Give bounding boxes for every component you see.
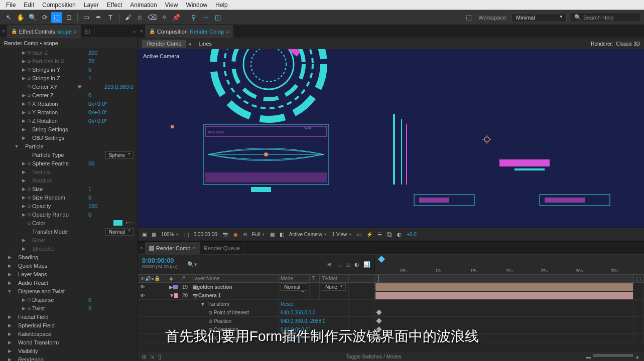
eraser-tool-icon[interactable]: ⌫ bbox=[147, 12, 158, 23]
nav-lines[interactable]: Lines bbox=[193, 40, 216, 48]
transform-prop[interactable]: ⊙ Point of Interest640.0,360.0,0.0 bbox=[138, 308, 644, 317]
layer-row[interactable]: 👁▶ 19▣ golden sectionNormalNone bbox=[138, 283, 644, 291]
graph-editor-icon[interactable]: 📊 bbox=[363, 261, 370, 268]
clone-tool-icon[interactable]: ⎌ bbox=[135, 12, 146, 23]
selection-tool-icon[interactable]: ↖ bbox=[3, 12, 14, 23]
prop-size[interactable]: ▶⊙Size1 bbox=[0, 185, 138, 193]
transparency-grid-icon[interactable]: ▦ bbox=[270, 232, 275, 237]
menu-edit[interactable]: Edit bbox=[20, 1, 38, 10]
menu-layer[interactable]: Layer bbox=[80, 1, 103, 10]
prop-spherical-field[interactable]: ▶Spherical Field bbox=[0, 321, 138, 329]
close-icon[interactable]: × bbox=[140, 245, 143, 251]
axis-world-icon[interactable]: ⊹ bbox=[200, 12, 211, 23]
toggle-switches-icon[interactable]: ⊞ bbox=[142, 354, 146, 359]
composition-viewer[interactable]: Active Camera ECO BASE bbox=[138, 49, 644, 228]
tab-render-comp[interactable]: Render Comp ≡ bbox=[145, 242, 200, 254]
search-help-input[interactable]: 🔍Search Help bbox=[571, 13, 641, 22]
close-icon[interactable]: × bbox=[2, 29, 5, 34]
text-tool-icon[interactable]: T bbox=[105, 12, 116, 23]
zoom-dropdown[interactable]: 100% bbox=[161, 232, 179, 237]
tab-secondary[interactable]: El bbox=[81, 25, 94, 38]
timeline-icon[interactable]: ☰ bbox=[377, 232, 382, 237]
snap-icon[interactable]: ⬚ bbox=[463, 12, 474, 23]
prop-size-random[interactable]: ▶⊙Size Random0 bbox=[0, 193, 138, 202]
prop-x-rotation[interactable]: ▶⊙X Rotation0x+0.0° bbox=[0, 99, 138, 108]
menu-effect[interactable]: Effect bbox=[103, 1, 126, 10]
exposure-value[interactable]: +0.0 bbox=[407, 232, 417, 237]
frame-blend-icon[interactable]: ◫ bbox=[345, 261, 350, 268]
menu-composition[interactable]: Composition bbox=[38, 1, 80, 10]
prop-glow[interactable]: ▶Glow bbox=[0, 236, 138, 244]
prop-shading[interactable]: ▶Shading bbox=[0, 253, 138, 261]
prop-visibility[interactable]: ▶Visibility bbox=[0, 346, 138, 355]
comp-button-icon[interactable]: ⬚ bbox=[336, 261, 341, 268]
zoom-slider[interactable] bbox=[593, 354, 633, 357]
workspace-dropdown[interactable]: Minimal▼ bbox=[511, 13, 567, 22]
resolution-dropdown[interactable]: Full bbox=[252, 232, 265, 237]
nav-render-comp[interactable]: Render Comp bbox=[142, 40, 186, 48]
prop-twist[interactable]: ▶⊙Twist8 bbox=[0, 304, 138, 312]
snapshot-icon[interactable]: 📷 bbox=[222, 232, 228, 237]
puppet-tool-icon[interactable]: 📌 bbox=[171, 12, 182, 23]
menu-animation[interactable]: Animation bbox=[126, 1, 161, 10]
prop-transfer-mode[interactable]: Transfer ModeNormal bbox=[0, 227, 138, 236]
brackets-icon[interactable]: {} bbox=[158, 354, 162, 359]
menu-window[interactable]: Window bbox=[182, 1, 211, 10]
hand-tool-icon[interactable]: ✋ bbox=[15, 12, 26, 23]
menu-view[interactable]: View bbox=[161, 1, 182, 10]
layer-row[interactable]: 👁▼ 20📷 Camera 1 bbox=[138, 291, 644, 300]
prop-center-z[interactable]: ▶⊙Center Z0 bbox=[0, 91, 138, 99]
always-preview-icon[interactable]: ▣ bbox=[142, 232, 147, 237]
motion-blur-icon[interactable]: ◐ bbox=[354, 261, 359, 268]
prop-color[interactable]: ⊙Color⟵ bbox=[0, 219, 138, 227]
axis-local-icon[interactable]: ⚲ bbox=[188, 12, 199, 23]
pixel-aspect-icon[interactable]: ▭ bbox=[357, 232, 361, 237]
view-layout-dropdown[interactable]: 1 View bbox=[332, 232, 352, 237]
menu-help[interactable]: Help bbox=[211, 1, 232, 10]
chevron-right-icon[interactable]: » bbox=[133, 29, 136, 34]
prop-kaleidospace[interactable]: ▶Kaleidospace bbox=[0, 329, 138, 338]
roi-icon[interactable]: ⬚ bbox=[184, 232, 189, 237]
timeline-timecode[interactable]: 0:00:00:00 00000 (24.00 fps) bbox=[138, 255, 183, 274]
prop-particles-in-x[interactable]: ▶⊙Particles in X70 bbox=[0, 57, 138, 65]
prop-streaklet[interactable]: ▶Streaklet bbox=[0, 244, 138, 253]
prop-opacity-rando[interactable]: ▶⊙Opacity Rando0 bbox=[0, 210, 138, 219]
prop-rendering[interactable]: ▶Rendering bbox=[0, 355, 138, 361]
reset-exposure-icon[interactable]: ⟲ bbox=[243, 232, 247, 237]
zoom-out-icon[interactable]: ▬ bbox=[586, 354, 591, 359]
tab-composition[interactable]: 🔒 Composition Render Comp ≡ bbox=[145, 25, 233, 38]
rotate-tool-icon[interactable]: ⟳ bbox=[39, 12, 50, 23]
tab-render-queue[interactable]: Render Queue bbox=[200, 242, 244, 254]
pan-behind-tool-icon[interactable]: ⊡ bbox=[63, 12, 74, 23]
renderer-value[interactable]: Classic 3D bbox=[616, 41, 640, 47]
axis-view-icon[interactable]: ◫ bbox=[212, 12, 223, 23]
playhead-icon[interactable] bbox=[378, 256, 385, 263]
search-icon[interactable]: 🔍▾ bbox=[187, 261, 197, 268]
prop-fractal-field[interactable]: ▶Fractal Field bbox=[0, 312, 138, 321]
transform-group[interactable]: ▼ TransformReset bbox=[138, 300, 644, 308]
prop-particle-type[interactable]: Particle TypeSphere bbox=[0, 150, 138, 159]
prop-layer-maps[interactable]: ▶Layer Maps bbox=[0, 270, 138, 278]
prop-opacity[interactable]: ▶⊙Opacity100 bbox=[0, 202, 138, 210]
menu-file[interactable]: File bbox=[2, 1, 20, 10]
close-icon[interactable]: × bbox=[140, 29, 143, 34]
shy-icon[interactable]: 👁 bbox=[327, 262, 332, 268]
channel-icon[interactable]: ◉ bbox=[233, 232, 238, 237]
fast-preview-icon[interactable]: ⚡ bbox=[366, 232, 372, 237]
prop-world-transform[interactable]: ▶World Transform bbox=[0, 338, 138, 346]
prop-particle[interactable]: ▼Particle bbox=[0, 142, 138, 150]
prop-rotation[interactable]: ▶Rotation bbox=[0, 176, 138, 185]
flowchart-icon[interactable]: ⿻ bbox=[387, 232, 392, 237]
brush-tool-icon[interactable]: 🖌 bbox=[122, 12, 134, 23]
roto-tool-icon[interactable]: ✧ bbox=[159, 12, 170, 23]
expand-icon[interactable]: ⇲ bbox=[150, 354, 154, 359]
prop-strings-in-z[interactable]: ▶⊙Strings in Z1 bbox=[0, 74, 138, 82]
camera-tool-icon[interactable]: ⬚ bbox=[51, 12, 62, 23]
prop-center-xy[interactable]: ⊙Center XY⊕219.0,389.0 bbox=[0, 82, 138, 91]
prop-sphere-feathe[interactable]: ▶⊙Sphere Feathe50 bbox=[0, 159, 138, 167]
prop-z-rotation[interactable]: ▶⊙Z Rotation0x+0.0° bbox=[0, 116, 138, 125]
prop-obj-settings[interactable]: ▶OBJ Settings bbox=[0, 133, 138, 142]
prop-strings-in-y[interactable]: ▶⊙Strings in Y5 bbox=[0, 65, 138, 74]
camera-dropdown[interactable]: Active Camera bbox=[289, 232, 327, 237]
mask-icon[interactable]: ◧ bbox=[280, 232, 284, 237]
